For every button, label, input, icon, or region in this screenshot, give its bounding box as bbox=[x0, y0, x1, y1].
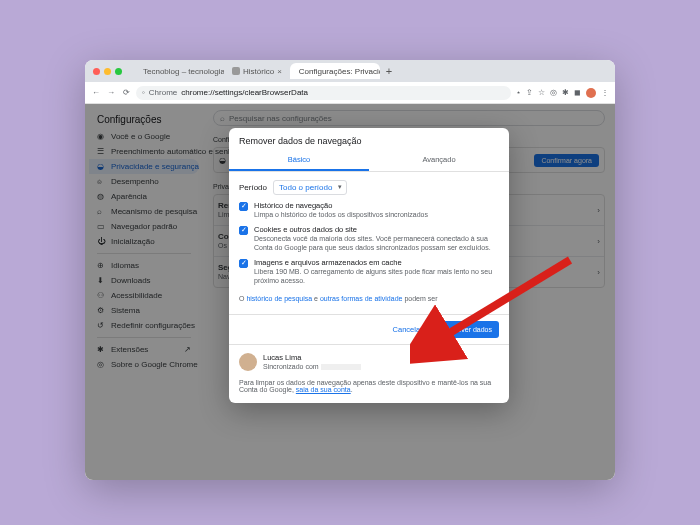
user-name: Lucas Lima bbox=[263, 353, 301, 362]
tab-historico[interactable]: Histórico × bbox=[226, 63, 288, 79]
dialog-actions: Cancelar Remover dados bbox=[229, 314, 509, 344]
option-title: Histórico de navegação bbox=[254, 201, 428, 210]
option-desc: Libera 190 MB. O carregamento de alguns … bbox=[254, 268, 492, 284]
option-cookies[interactable]: Cookies e outros dados do siteDesconecta… bbox=[239, 225, 499, 252]
extension-icon[interactable]: ◎ bbox=[550, 88, 557, 97]
site-info-icon[interactable]: ◦ bbox=[142, 88, 145, 97]
browser-window: Tecnoblog – tecnologia que i × Histórico… bbox=[85, 60, 615, 480]
other-activity-link[interactable]: outras formas de atividade bbox=[320, 295, 403, 302]
toolbar-extensions: ⋆ ⇪ ☆ ◎ ✱ ◼ ⋮ bbox=[516, 88, 609, 98]
window-minimize-icon[interactable] bbox=[104, 68, 111, 75]
puzzle-icon[interactable]: ✱ bbox=[562, 88, 569, 97]
toolbar: ← → ⟳ ◦ Chrome chrome://settings/clearBr… bbox=[85, 82, 615, 104]
back-icon[interactable]: ← bbox=[91, 88, 101, 97]
extension-icon[interactable]: ⋆ bbox=[516, 88, 521, 97]
dialog-tabs: Básico Avançado bbox=[229, 150, 509, 172]
checkbox-checked-icon[interactable] bbox=[239, 226, 248, 235]
option-desc: Limpa o histórico de todos os dispositiv… bbox=[254, 211, 428, 218]
tab-label: Tecnoblog – tecnologia que i bbox=[143, 67, 224, 76]
tab-label: Configurações: Privacidade e bbox=[299, 67, 380, 76]
browser-tabs: Tecnoblog – tecnologia que i × Histórico… bbox=[134, 63, 607, 79]
dialog-body: Período Todo o período Histórico de nave… bbox=[229, 172, 509, 314]
dialog-footer-note: Para limpar os dados de navegação apenas… bbox=[229, 379, 509, 403]
user-avatar bbox=[239, 353, 257, 371]
sign-out-link[interactable]: saia da sua conta bbox=[296, 386, 351, 393]
user-sync-label: Sincronizado com bbox=[263, 363, 319, 370]
option-desc: Desconecta você da maioria dos sites. Vo… bbox=[254, 235, 491, 251]
close-icon[interactable]: × bbox=[277, 67, 282, 76]
bookmark-icon[interactable]: ☆ bbox=[538, 88, 545, 97]
option-cached-images[interactable]: Imagens e arquivos armazenados em cacheL… bbox=[239, 258, 499, 285]
tab-basic[interactable]: Básico bbox=[229, 150, 369, 171]
synced-user-row: Lucas LimaSincronizado com bbox=[229, 344, 509, 379]
url-path: chrome://settings/clearBrowserData bbox=[181, 88, 308, 97]
activity-note: O histórico de pesquisa e outras formas … bbox=[239, 291, 499, 306]
url-host: Chrome bbox=[149, 88, 177, 97]
tab-tecnoblog[interactable]: Tecnoblog – tecnologia que i × bbox=[134, 63, 224, 79]
time-range-row: Período Todo o período bbox=[239, 180, 499, 195]
time-range-select[interactable]: Todo o período bbox=[273, 180, 347, 195]
checkbox-checked-icon[interactable] bbox=[239, 259, 248, 268]
cancel-button[interactable]: Cancelar bbox=[386, 321, 430, 338]
news-icon[interactable]: ◼ bbox=[574, 88, 581, 97]
option-browsing-history[interactable]: Histórico de navegaçãoLimpa o histórico … bbox=[239, 201, 499, 219]
reload-icon[interactable]: ⟳ bbox=[121, 88, 131, 97]
window-maximize-icon[interactable] bbox=[115, 68, 122, 75]
window-close-icon[interactable] bbox=[93, 68, 100, 75]
search-history-link[interactable]: histórico de pesquisa bbox=[246, 295, 312, 302]
dialog-title: Remover dados de navegação bbox=[229, 128, 509, 150]
favicon-icon bbox=[232, 67, 240, 75]
redacted-email bbox=[321, 364, 361, 370]
period-label: Período bbox=[239, 183, 267, 192]
menu-icon[interactable]: ⋮ bbox=[601, 88, 609, 97]
clear-browsing-data-dialog: Remover dados de navegação Básico Avança… bbox=[229, 128, 509, 403]
clear-data-button[interactable]: Remover dados bbox=[436, 321, 499, 338]
select-value: Todo o período bbox=[279, 183, 332, 192]
share-icon[interactable]: ⇪ bbox=[526, 88, 533, 97]
forward-icon[interactable]: → bbox=[106, 88, 116, 97]
option-title: Cookies e outros dados do site bbox=[254, 225, 499, 234]
checkbox-checked-icon[interactable] bbox=[239, 202, 248, 211]
window-titlebar: Tecnoblog – tecnologia que i × Histórico… bbox=[85, 60, 615, 82]
address-bar[interactable]: ◦ Chrome chrome://settings/clearBrowserD… bbox=[136, 86, 511, 100]
profile-avatar[interactable] bbox=[586, 88, 596, 98]
new-tab-button[interactable]: + bbox=[386, 65, 392, 77]
tab-settings[interactable]: Configurações: Privacidade e × bbox=[290, 63, 380, 79]
tab-label: Histórico bbox=[243, 67, 274, 76]
tab-advanced[interactable]: Avançado bbox=[369, 150, 509, 171]
option-title: Imagens e arquivos armazenados em cache bbox=[254, 258, 499, 267]
